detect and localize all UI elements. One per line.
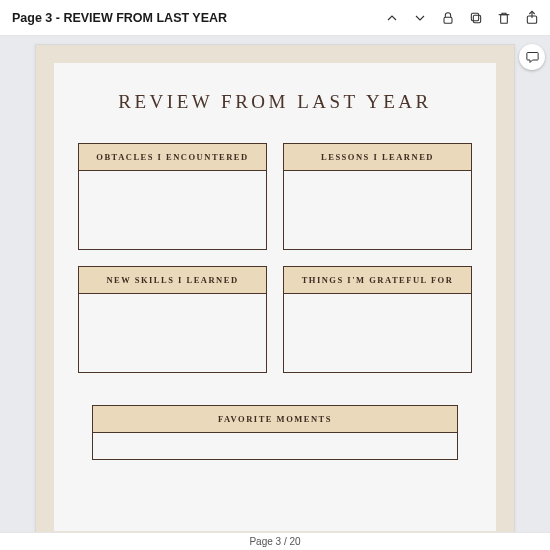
box-grateful[interactable]: THINGS I'M GRATEFUL FOR [283,266,472,373]
svg-rect-3 [501,14,508,23]
right-rail [518,44,546,70]
svg-rect-0 [444,17,452,23]
svg-rect-2 [471,13,478,20]
box-header: OBTACLES I ENCOUNTERED [79,144,266,171]
toolbar-actions [384,10,540,26]
box-body[interactable] [79,294,266,372]
top-toolbar: Page 3 - REVIEW FROM LAST YEAR [0,0,550,36]
box-body[interactable] [284,294,471,372]
chevron-down-icon[interactable] [412,10,428,26]
svg-rect-1 [473,15,480,22]
page-counter[interactable]: Page 3 / 20 [249,536,300,547]
page-title: Page 3 - REVIEW FROM LAST YEAR [12,11,384,25]
box-skills[interactable]: NEW SKILLS I LEARNED [78,266,267,373]
footer-bar: Page 3 / 20 [0,532,550,550]
chevron-up-icon[interactable] [384,10,400,26]
trash-icon[interactable] [496,10,512,26]
box-lessons[interactable]: LESSONS I LEARNED [283,143,472,250]
document-heading: REVIEW FROM LAST YEAR [78,91,472,113]
box-obstacles[interactable]: OBTACLES I ENCOUNTERED [78,143,267,250]
comment-button[interactable] [519,44,545,70]
box-header: THINGS I'M GRATEFUL FOR [284,267,471,294]
canvas-area[interactable]: REVIEW FROM LAST YEAR OBTACLES I ENCOUNT… [0,36,550,550]
lock-icon[interactable] [440,10,456,26]
box-grid: OBTACLES I ENCOUNTERED LESSONS I LEARNED… [78,143,472,460]
share-up-icon[interactable] [524,10,540,26]
box-body[interactable] [79,171,266,249]
box-favorite[interactable]: FAVORITE MOMENTS [92,405,458,460]
page-content: REVIEW FROM LAST YEAR OBTACLES I ENCOUNT… [54,63,496,531]
duplicate-icon[interactable] [468,10,484,26]
comment-icon [525,50,540,65]
box-header: FAVORITE MOMENTS [93,406,457,433]
page-frame[interactable]: REVIEW FROM LAST YEAR OBTACLES I ENCOUNT… [35,44,515,550]
box-body[interactable] [284,171,471,249]
box-header: NEW SKILLS I LEARNED [79,267,266,294]
box-header: LESSONS I LEARNED [284,144,471,171]
box-body[interactable] [93,433,457,459]
